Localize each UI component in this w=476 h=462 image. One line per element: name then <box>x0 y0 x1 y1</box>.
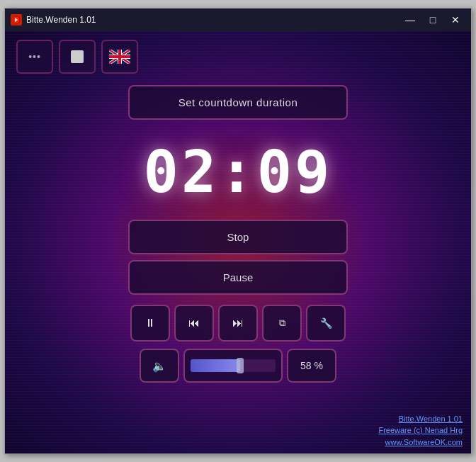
footer: Bitte.Wenden 1.01 Freeware (c) Nenad Hrg… <box>378 413 463 449</box>
footer-line3[interactable]: www.SoftwareOK.com <box>378 436 463 449</box>
clip-button[interactable]: ⧉ <box>262 305 302 342</box>
set-countdown-button[interactable]: Set countdown duration <box>128 85 348 120</box>
close-button[interactable]: ✕ <box>446 13 465 27</box>
uk-flag-icon <box>109 50 130 64</box>
forward-icon: ⏭ <box>232 317 244 329</box>
stop-square-button[interactable] <box>59 40 96 74</box>
toolbar: ••• <box>16 40 138 74</box>
volume-row: 🔈 58 % <box>140 349 336 383</box>
language-button[interactable] <box>101 40 138 74</box>
maximize-button[interactable]: □ <box>423 13 443 27</box>
stop-square-icon <box>71 50 84 63</box>
forward-button[interactable]: ⏭ <box>218 305 258 342</box>
volume-track <box>191 359 276 372</box>
volume-slider[interactable] <box>183 349 283 383</box>
stop-button[interactable]: Stop <box>128 220 348 254</box>
wrench-icon: 🔧 <box>320 317 332 329</box>
app-window: Bitte.Wenden 1.01 — □ ✕ ••• <box>4 8 472 454</box>
mute-button[interactable]: 🔈 <box>140 349 179 383</box>
app-icon <box>11 14 22 26</box>
title-bar-left: Bitte.Wenden 1.01 <box>11 14 96 26</box>
title-bar-controls: — □ ✕ <box>400 13 465 27</box>
main-content: ••• Set countdown duration 02:09 Stop <box>5 31 471 453</box>
rewind-icon: ⏮ <box>188 317 200 329</box>
menu-dots-icon: ••• <box>28 51 41 62</box>
settings-button[interactable]: 🔧 <box>306 305 346 342</box>
pause-button[interactable]: Pause <box>128 260 348 295</box>
title-bar: Bitte.Wenden 1.01 — □ ✕ <box>5 9 471 31</box>
controls-row: ⏸ ⏮ ⏭ ⧉ 🔧 <box>130 305 346 342</box>
clip-icon: ⧉ <box>279 317 285 329</box>
timer-display: 02:09 <box>144 138 333 205</box>
pause-media-icon: ⏸ <box>144 317 156 329</box>
footer-line2[interactable]: Freeware (c) Nenad Hrg <box>378 424 463 436</box>
volume-percent-button[interactable]: 58 % <box>287 349 336 383</box>
rewind-button[interactable]: ⏮ <box>174 305 214 342</box>
menu-button[interactable]: ••• <box>16 40 53 74</box>
volume-icon: 🔈 <box>152 359 166 373</box>
footer-line1[interactable]: Bitte.Wenden 1.01 <box>378 413 463 425</box>
volume-fill <box>191 359 240 372</box>
minimize-button[interactable]: — <box>400 13 420 27</box>
volume-thumb <box>237 358 244 373</box>
window-title: Bitte.Wenden 1.01 <box>26 15 96 25</box>
pause-media-button[interactable]: ⏸ <box>130 305 170 342</box>
